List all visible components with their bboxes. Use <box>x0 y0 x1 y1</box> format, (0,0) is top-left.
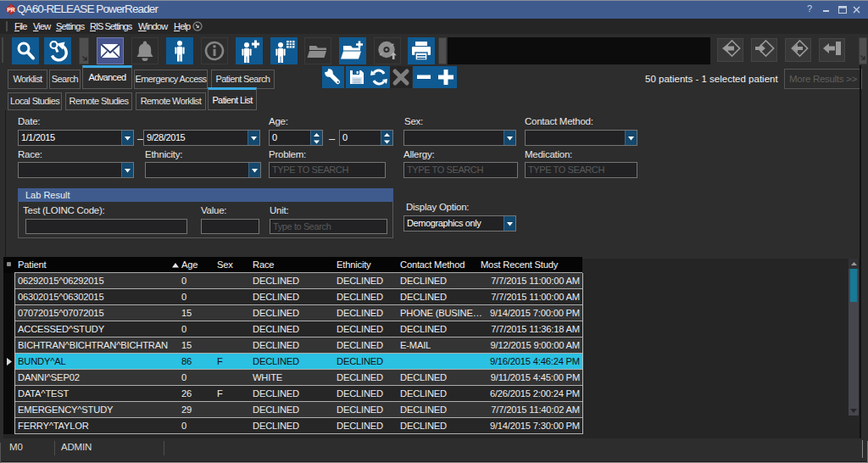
svg-text:PR: PR <box>7 7 15 13</box>
